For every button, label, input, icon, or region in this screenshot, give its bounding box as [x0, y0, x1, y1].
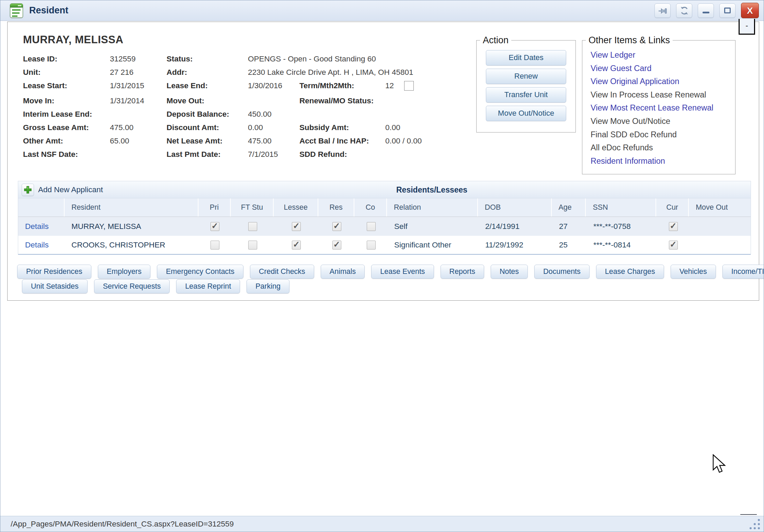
term-mth2mth-label: Term/Mth2Mth: — [299, 81, 385, 90]
lessee-checkbox — [292, 222, 301, 231]
lease-info-grid: Lease ID: 312559 Status: OPENGS - Open -… — [23, 52, 476, 161]
co-checkbox — [367, 222, 376, 231]
link-final-sdd-edoc-refund: Final SDD eDoc Refund — [591, 128, 735, 141]
tab-reports[interactable]: Reports — [441, 265, 484, 279]
move-out-label: Move Out: — [167, 96, 248, 105]
table-header-row: Resident Pri FT Stu Lessee Res Co Relati… — [18, 198, 751, 217]
tab-service-requests[interactable]: Service Requests — [94, 279, 170, 293]
tab-lease-charges[interactable]: Lease Charges — [596, 265, 664, 279]
window-body: - MURRAY, MELISSA Lease ID: 312559 Statu… — [0, 21, 764, 516]
maximize-icon — [724, 8, 731, 13]
sdd-refund-label: SDD Refund: — [299, 150, 385, 159]
col-header-ssn: SSN — [586, 198, 656, 217]
details-link[interactable]: Details — [25, 222, 49, 231]
tab-documents[interactable]: Documents — [534, 265, 590, 279]
other-amt-value: 65.00 — [110, 137, 167, 146]
res-checkbox — [332, 222, 341, 231]
nav-tabs-row-1: Prior Residences Employers Emergency Con… — [17, 265, 764, 279]
refresh-button[interactable] — [676, 3, 692, 18]
age-cell: 25 — [552, 241, 586, 250]
tab-emergency-contacts[interactable]: Emergency Contacts — [157, 265, 243, 279]
resident-name-cell: CROOKS, CHRISTOPHER — [65, 241, 198, 250]
window-title: Resident — [29, 5, 68, 16]
co-checkbox — [367, 241, 376, 250]
resize-grip[interactable] — [746, 517, 762, 530]
tab-prior-residences[interactable]: Prior Residences — [17, 265, 91, 279]
tab-unit-setasides[interactable]: Unit Setasides — [22, 279, 88, 293]
col-header-age: Age — [552, 198, 586, 217]
move-out-notice-button[interactable]: Move Out/Notice — [486, 106, 566, 121]
lease-id-label: Lease ID: — [23, 55, 110, 63]
gross-lease-amt-label: Gross Lease Amt: — [23, 123, 110, 132]
renew-button[interactable]: Renew — [486, 69, 566, 84]
tab-lease-reprint[interactable]: Lease Reprint — [176, 279, 240, 293]
age-cell: 27 — [552, 222, 586, 231]
maximize-button[interactable] — [719, 3, 736, 18]
transfer-unit-button[interactable]: Transfer Unit — [486, 87, 566, 103]
ft-stu-checkbox — [248, 222, 257, 231]
tab-credit-checks[interactable]: Credit Checks — [250, 265, 314, 279]
interim-lease-end-label: Interim Lease End: — [23, 110, 110, 119]
table-row: Details MURRAY, MELISSA Self 2/14/1991 2… — [18, 217, 751, 236]
move-in-value: 1/31/2014 — [110, 96, 167, 105]
refresh-icon — [680, 6, 689, 15]
discount-amt-label: Discount Amt: — [167, 123, 248, 132]
ft-stu-checkbox — [248, 241, 257, 250]
minimize-button[interactable] — [698, 3, 714, 18]
tab-lease-events[interactable]: Lease Events — [371, 265, 434, 279]
tab-vehicles[interactable]: Vehicles — [671, 265, 716, 279]
info-row: Last NSF Date: Last Pmt Date: 7/1/2015 S… — [23, 148, 476, 161]
minimize-icon — [703, 12, 709, 13]
col-header-pri: Pri — [198, 198, 231, 217]
subsidy-amt-value: 0.00 — [385, 123, 400, 132]
col-header-resident: Resident — [65, 198, 198, 217]
add-new-applicant-button[interactable] — [22, 184, 34, 196]
last-pmt-date-label: Last Pmt Date: — [167, 150, 248, 159]
nav-tabs-row-2: Unit Setasides Service Requests Lease Re… — [22, 279, 289, 293]
pin-button[interactable] — [654, 3, 671, 18]
link-view-in-process-lease-renewal: View In Process Lease Renewal — [591, 88, 735, 102]
tab-employers[interactable]: Employers — [98, 265, 151, 279]
close-button[interactable]: X — [741, 3, 759, 18]
add-new-applicant-label[interactable]: Add New Applicant — [38, 185, 103, 194]
addr-value: 2230 Lake Circle Drive Apt. H , LIMA, OH… — [248, 68, 299, 77]
deposit-balance-label: Deposit Balance: — [167, 110, 248, 119]
col-header-ft-stu: FT Stu — [231, 198, 274, 217]
link-view-move-out-notice: View Move Out/Notice — [591, 115, 735, 128]
col-header-co: Co — [354, 198, 387, 217]
close-icon: X — [747, 6, 753, 15]
dob-cell: 11/29/1992 — [478, 241, 552, 250]
tab-animals[interactable]: Animals — [321, 265, 365, 279]
pri-checkbox — [210, 222, 219, 231]
details-link[interactable]: Details — [25, 241, 49, 249]
renewal-mo-status-label: Renewal/MO Status: — [299, 96, 385, 105]
cur-checkbox — [669, 241, 678, 250]
link-view-ledger[interactable]: View Ledger — [591, 48, 735, 62]
tab-income-tics[interactable]: Income/TICs — [722, 265, 764, 279]
edit-dates-button[interactable]: Edit Dates — [486, 50, 566, 66]
term-mth2mth-checkbox[interactable] — [404, 81, 414, 91]
tab-parking[interactable]: Parking — [247, 279, 289, 293]
tab-notes[interactable]: Notes — [491, 265, 528, 279]
link-view-guest-card[interactable]: View Guest Card — [591, 62, 735, 75]
resident-detail-panel: MURRAY, MELISSA Lease ID: 312559 Status:… — [7, 22, 759, 301]
col-header-res: Res — [318, 198, 354, 217]
link-resident-information[interactable]: Resident Information — [591, 154, 735, 168]
move-in-label: Move In: — [23, 96, 110, 105]
unit-label: Unit: — [23, 68, 110, 77]
subsidy-amt-label: Subsidy Amt: — [299, 123, 385, 132]
titlebar: Resident X — [0, 0, 764, 21]
resident-window: Resident X - — [0, 0, 764, 532]
statusbar: /App_Pages/PMA/Resident/Resident_CS.aspx… — [0, 516, 764, 532]
cur-checkbox — [669, 222, 678, 231]
resident-name-cell: MURRAY, MELISSA — [65, 222, 198, 231]
action-box: Action Edit Dates Renew Transfer Unit Mo… — [476, 35, 576, 132]
lease-end-label: Lease End: — [167, 81, 248, 90]
deposit-balance-value: 450.00 — [248, 110, 299, 119]
info-row: Lease Start: 1/31/2015 Lease End: 1/30/2… — [23, 79, 476, 92]
status-label: Status: — [167, 55, 248, 63]
link-view-most-recent-lease-renewal[interactable]: View Most Recent Lease Renewal — [591, 101, 735, 115]
status-value: OPENGS - Open - Good Standing 60 — [248, 55, 299, 63]
link-view-original-application[interactable]: View Original Application — [591, 75, 735, 88]
last-pmt-date-value: 7/1/2015 — [248, 150, 299, 159]
